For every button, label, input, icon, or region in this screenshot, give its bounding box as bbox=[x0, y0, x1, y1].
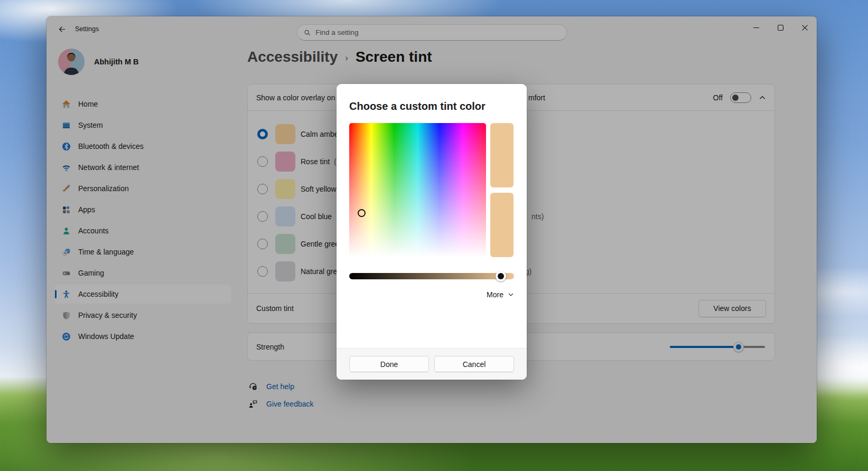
brightness-slider[interactable] bbox=[349, 273, 514, 279]
more-expander[interactable]: More bbox=[349, 290, 514, 299]
cancel-button[interactable]: Cancel bbox=[434, 356, 514, 372]
saturation-gradient-area[interactable] bbox=[349, 123, 486, 257]
done-button[interactable]: Done bbox=[349, 356, 429, 372]
desktop-wallpaper: Settings bbox=[0, 0, 868, 471]
chevron-down-icon bbox=[508, 291, 514, 298]
dialog-title: Choose a custom tint color bbox=[349, 99, 514, 114]
color-picker-cursor[interactable] bbox=[358, 209, 366, 217]
custom-tint-color-dialog: Choose a custom tint color More bbox=[337, 84, 527, 380]
value-slider-lower bbox=[490, 193, 514, 257]
brightness-slider-thumb[interactable] bbox=[496, 271, 506, 281]
color-picker bbox=[349, 123, 514, 257]
value-slider[interactable] bbox=[490, 123, 514, 257]
settings-window: Settings bbox=[46, 16, 817, 443]
value-slider-thumb[interactable] bbox=[490, 187, 493, 193]
more-label: More bbox=[487, 290, 503, 299]
dialog-footer: Done Cancel bbox=[337, 348, 527, 380]
value-slider-upper bbox=[490, 123, 514, 187]
